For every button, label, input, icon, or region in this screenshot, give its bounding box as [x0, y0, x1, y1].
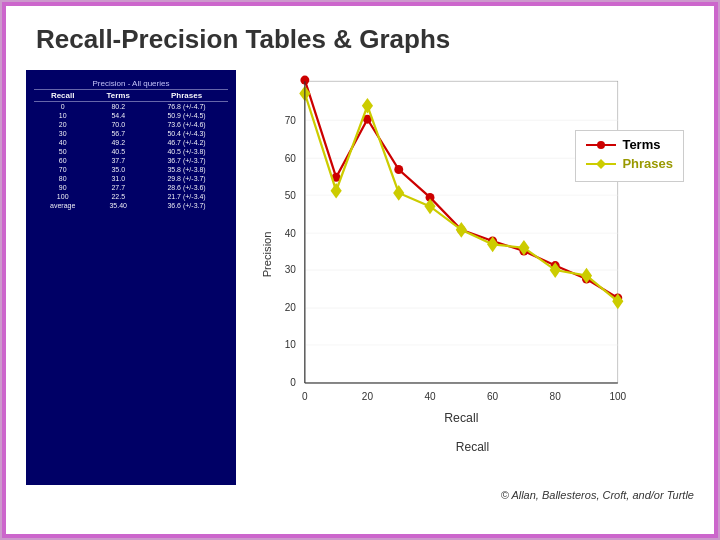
phrases-cell: 36.6 (+/-3.7) — [145, 201, 228, 210]
table-row: 8031.029.8 (+/-3.7) — [34, 174, 228, 183]
table-row: 1054.450.9 (+/-4.5) — [34, 111, 228, 120]
svg-text:60: 60 — [487, 391, 499, 402]
svg-text:10: 10 — [285, 339, 297, 350]
table-row: 3056.750.4 (+/-4.3) — [34, 129, 228, 138]
terms-cell: 35.0 — [91, 165, 145, 174]
terms-cell: 80.2 — [91, 102, 145, 112]
recall-cell: 30 — [34, 129, 91, 138]
phrases-cell: 29.8 (+/-3.7) — [145, 174, 228, 183]
recall-cell: 10 — [34, 111, 91, 120]
chart-svg: 0 10 20 30 40 50 — [251, 70, 694, 450]
recall-cell: average — [34, 201, 91, 210]
svg-text:0: 0 — [302, 391, 308, 402]
svg-text:40: 40 — [424, 391, 436, 402]
x-axis-label: Recall — [444, 411, 478, 425]
legend-terms-icon — [586, 139, 616, 151]
page-container: Recall-Precision Tables & Graphs Precisi… — [2, 2, 718, 538]
legend-phrases-label: Phrases — [622, 156, 673, 171]
terms-cell: 37.7 — [91, 156, 145, 165]
legend-item-terms: Terms — [586, 137, 673, 152]
table-row: 10022.521.7 (+/-3.4) — [34, 192, 228, 201]
legend-phrases-icon — [586, 157, 616, 171]
precision-table: Precision - All queries Recall Terms Phr… — [34, 78, 228, 210]
phrases-cell: 36.7 (+/-3.7) — [145, 156, 228, 165]
terms-cell: 56.7 — [91, 129, 145, 138]
recall-cell: 60 — [34, 156, 91, 165]
legend-item-phrases: Phrases — [586, 156, 673, 171]
chart-container: 0 10 20 30 40 50 — [251, 70, 694, 485]
phrases-cell: 73.6 (+/-4.6) — [145, 120, 228, 129]
legend-terms-label: Terms — [622, 137, 660, 152]
terms-cell: 54.4 — [91, 111, 145, 120]
data-table-container: Precision - All queries Recall Terms Phr… — [26, 70, 236, 485]
title-area: Recall-Precision Tables & Graphs — [6, 6, 714, 65]
recall-cell: 50 — [34, 147, 91, 156]
terms-cell: 31.0 — [91, 174, 145, 183]
chart-svg-wrapper: 0 10 20 30 40 50 — [251, 70, 694, 450]
phrases-cell: 76.8 (+/-4.7) — [145, 102, 228, 112]
svg-text:0: 0 — [290, 377, 296, 388]
table-row: 4049.246.7 (+/-4.2) — [34, 138, 228, 147]
terms-cell: 70.0 — [91, 120, 145, 129]
content-area: Precision - All queries Recall Terms Phr… — [6, 65, 714, 485]
terms-cell: 27.7 — [91, 183, 145, 192]
terms-header: Terms — [91, 90, 145, 102]
terms-cell: 22.5 — [91, 192, 145, 201]
svg-point-26 — [597, 141, 605, 149]
svg-text:40: 40 — [285, 228, 297, 239]
svg-text:30: 30 — [285, 264, 297, 275]
recall-cell: 100 — [34, 192, 91, 201]
svg-marker-28 — [596, 159, 606, 169]
svg-text:20: 20 — [362, 391, 374, 402]
phrases-cell: 50.4 (+/-4.3) — [145, 129, 228, 138]
table-row: 2070.073.6 (+/-4.6) — [34, 120, 228, 129]
svg-text:20: 20 — [285, 302, 297, 313]
recall-cell: 40 — [34, 138, 91, 147]
phrases-header: Phrases — [145, 90, 228, 102]
footer: © Allan, Ballesteros, Croft, and/or Turt… — [6, 485, 714, 505]
y-axis-label: Precision — [261, 231, 273, 277]
phrases-cell: 35.8 (+/-3.8) — [145, 165, 228, 174]
terms-cell: 49.2 — [91, 138, 145, 147]
phrases-cell: 28.6 (+/-3.6) — [145, 183, 228, 192]
recall-cell: 70 — [34, 165, 91, 174]
recall-cell: 80 — [34, 174, 91, 183]
phrases-cell: 40.5 (+/-3.8) — [145, 147, 228, 156]
svg-text:70: 70 — [285, 115, 297, 126]
table-row: 6037.736.7 (+/-3.7) — [34, 156, 228, 165]
svg-text:80: 80 — [550, 391, 562, 402]
terms-cell: 40.5 — [91, 147, 145, 156]
recall-cell: 0 — [34, 102, 91, 112]
footer-text: © Allan, Ballesteros, Croft, and/or Turt… — [501, 489, 694, 501]
svg-text:100: 100 — [609, 391, 626, 402]
recall-cell: 90 — [34, 183, 91, 192]
recall-cell: 20 — [34, 120, 91, 129]
phrases-cell: 50.9 (+/-4.5) — [145, 111, 228, 120]
recall-header: Recall — [34, 90, 91, 102]
terms-cell: 35.40 — [91, 201, 145, 210]
table-row: 7035.035.8 (+/-3.8) — [34, 165, 228, 174]
col-group-header: Precision - All queries — [34, 78, 228, 90]
svg-text:60: 60 — [285, 153, 297, 164]
table-row: 5040.540.5 (+/-3.8) — [34, 147, 228, 156]
page-title: Recall-Precision Tables & Graphs — [36, 24, 450, 54]
terms-point — [394, 165, 403, 174]
chart-legend: Terms Phrases — [575, 130, 684, 182]
table-row: average35.4036.6 (+/-3.7) — [34, 201, 228, 210]
svg-text:50: 50 — [285, 190, 297, 201]
table-row: 080.276.8 (+/-4.7) — [34, 102, 228, 112]
table-row: 9027.728.6 (+/-3.6) — [34, 183, 228, 192]
phrases-cell: 46.7 (+/-4.2) — [145, 138, 228, 147]
phrases-cell: 21.7 (+/-3.4) — [145, 192, 228, 201]
